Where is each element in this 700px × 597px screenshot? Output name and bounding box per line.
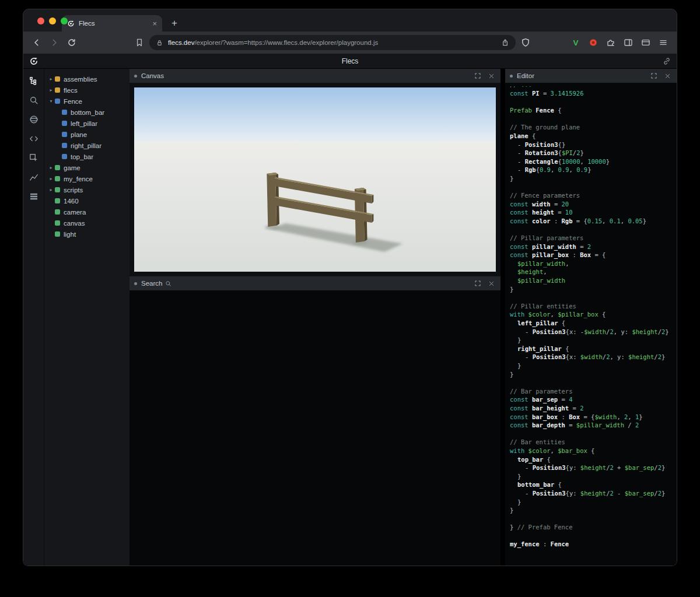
- entity-kind-badge: [62, 132, 67, 137]
- share-icon[interactable]: [501, 38, 509, 47]
- code-editor[interactable]: // ...const PI = 3.1415926 Prefab Fence …: [505, 83, 677, 566]
- code-line: }: [510, 285, 677, 294]
- code-line: - Position3{x: -$width/2, y: $height/2}: [510, 328, 677, 336]
- code-line: - Rgb{0.9, 0.9, 0.9}: [510, 166, 677, 174]
- browser-window: Flecs × + flecs.dev/explorer/?wasm=https…: [23, 9, 677, 566]
- chevron-right-icon[interactable]: ▸: [48, 187, 54, 192]
- code-line: const height = 10: [510, 208, 677, 217]
- close-icon[interactable]: [487, 280, 496, 287]
- new-tab-button[interactable]: +: [167, 16, 182, 31]
- chevron-right-icon[interactable]: ▸: [48, 165, 54, 170]
- minimize-button[interactable]: [49, 17, 56, 24]
- chevron-right-icon[interactable]: ▸: [48, 176, 54, 181]
- entity-label: flecs: [64, 87, 78, 94]
- tree-item-camera[interactable]: camera: [44, 206, 130, 217]
- code-line: }: [510, 336, 677, 345]
- tree-item-right_pillar[interactable]: right_pillar: [44, 140, 130, 151]
- entity-kind-badge: [62, 110, 67, 115]
- code-line: // Pillar entities: [510, 302, 677, 311]
- shield-icon[interactable]: [518, 35, 533, 50]
- tab-strip: Flecs × +: [23, 9, 677, 31]
- chevron-down-icon[interactable]: ▾: [48, 99, 54, 104]
- code-line: Prefab Fence {: [510, 106, 677, 115]
- entity-tree-icon[interactable]: [27, 75, 40, 87]
- entity-kind-badge: [55, 87, 60, 93]
- code-line: const pillar_box : Box = {: [510, 251, 677, 259]
- entity-kind-badge: [62, 143, 67, 148]
- close-button[interactable]: [37, 17, 44, 24]
- code-line: top_bar {: [510, 455, 677, 464]
- tables-icon[interactable]: [27, 190, 40, 203]
- 3d-viewport[interactable]: [134, 87, 496, 272]
- url-host: flecs.dev: [168, 39, 194, 46]
- entity-kind-badge: [55, 209, 60, 215]
- code-line: } // Prefab Fence: [510, 523, 677, 532]
- tree-item-light[interactable]: light: [44, 229, 130, 240]
- tree-item-scripts[interactable]: ▸scripts: [44, 184, 130, 195]
- expand-icon[interactable]: [473, 280, 482, 287]
- tree-item-Fence[interactable]: ▾Fence: [44, 96, 130, 107]
- tree-item-my_fence[interactable]: ▸my_fence: [44, 173, 130, 184]
- sidebar-toggle-icon[interactable]: [621, 35, 636, 50]
- panel-dot: [134, 75, 137, 78]
- chevron-right-icon[interactable]: ▸: [48, 76, 54, 82]
- zoom-button[interactable]: [61, 17, 68, 24]
- code-line: [510, 115, 677, 124]
- tab-close-icon[interactable]: ×: [152, 20, 157, 27]
- menu-icon[interactable]: [656, 35, 671, 50]
- search-panel: Search: [130, 276, 501, 566]
- code-icon[interactable]: [27, 132, 40, 145]
- wallet-icon[interactable]: [638, 35, 653, 50]
- entity-label: camera: [64, 209, 86, 216]
- app-main: ▸assemblies▸flecs▾Fencebottom_barleft_pi…: [23, 69, 677, 566]
- entity-kind-badge: [55, 220, 60, 226]
- extensions-puzzle-icon[interactable]: [603, 35, 618, 50]
- tree-item-left_pillar[interactable]: left_pillar: [44, 118, 130, 129]
- globe-icon[interactable]: [27, 113, 40, 126]
- entity-kind-badge: [55, 198, 60, 203]
- tree-item-top_bar[interactable]: top_bar: [44, 151, 130, 162]
- address-bar[interactable]: flecs.dev/explorer/?wasm=https://www.fle…: [149, 35, 516, 50]
- browser-tab[interactable]: Flecs ×: [62, 15, 162, 31]
- close-icon[interactable]: [663, 73, 672, 79]
- code-line: [510, 430, 677, 438]
- tree-item-bottom_bar[interactable]: bottom_bar: [44, 107, 130, 118]
- entity-label: game: [64, 164, 80, 171]
- canvas-panel-header: Canvas: [130, 69, 501, 83]
- tree-item-game[interactable]: ▸game: [44, 162, 130, 173]
- tree-item-1460[interactable]: 1460: [44, 195, 130, 206]
- back-button[interactable]: [29, 35, 44, 50]
- tree-item-assemblies[interactable]: ▸assemblies: [44, 73, 130, 85]
- sky: [134, 87, 496, 143]
- entity-kind-badge: [55, 176, 60, 181]
- tree-item-plane[interactable]: plane: [44, 129, 130, 140]
- code-line: $pillar_width: [510, 276, 677, 285]
- tree-item-canvas[interactable]: canvas: [44, 217, 130, 229]
- code-line: right_pillar {: [510, 345, 677, 353]
- red-extension-icon[interactable]: [586, 35, 601, 50]
- code-line: // The ground plane: [510, 123, 677, 132]
- tree-item-flecs[interactable]: ▸flecs: [44, 85, 130, 96]
- code-line: const bar_height = 2: [510, 404, 677, 413]
- code-line: const bar_box : Box = {$width, 2, 1}: [510, 413, 677, 422]
- entity-label: bottom_bar: [71, 109, 104, 116]
- forward-button[interactable]: [47, 35, 62, 50]
- code-line: $pillar_width,: [510, 259, 677, 268]
- permalink-icon[interactable]: [663, 57, 671, 65]
- entity-kind-badge: [55, 99, 60, 104]
- browser-toolbar: flecs.dev/explorer/?wasm=https://www.fle…: [23, 31, 677, 54]
- entity-kind-badge: [55, 165, 60, 170]
- code-line: [510, 183, 677, 192]
- code-line: }: [510, 174, 677, 183]
- search-icon[interactable]: [27, 94, 40, 107]
- chevron-right-icon[interactable]: ▸: [48, 87, 54, 93]
- code-line: const color : Rgb = {0.15, 0.1, 0.05}: [510, 217, 677, 226]
- vimium-extension-icon[interactable]: V: [568, 35, 583, 50]
- expand-icon[interactable]: [473, 72, 482, 79]
- reload-button[interactable]: [64, 35, 79, 50]
- close-icon[interactable]: [487, 73, 496, 79]
- bookmark-icon[interactable]: [132, 35, 147, 50]
- expand-icon[interactable]: [649, 72, 659, 79]
- stats-icon[interactable]: [27, 171, 40, 184]
- inspector-icon[interactable]: [27, 152, 40, 164]
